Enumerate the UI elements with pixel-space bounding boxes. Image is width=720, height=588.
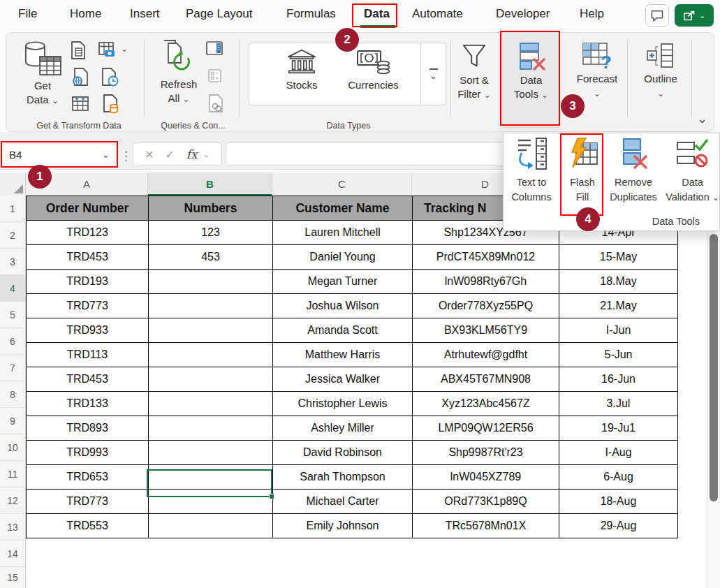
cell[interactable]: I-Aug (559, 441, 678, 465)
recent-sources-button[interactable] (101, 68, 119, 89)
fx-chevron-icon[interactable]: ⌄ (203, 150, 210, 159)
flash-fill-button[interactable]: FlashFill (557, 138, 608, 216)
tab-formulas[interactable]: Formulas (286, 7, 336, 21)
cell[interactable]: Matthew Harris (273, 343, 413, 367)
cell[interactable] (149, 367, 273, 392)
row-header-5[interactable]: 5 (0, 302, 25, 328)
row-header-11[interactable]: 11 (0, 461, 25, 487)
cell[interactable] (149, 318, 273, 343)
cell[interactable]: TRD553 (27, 514, 149, 538)
cell[interactable]: lnW045XZ789 (413, 465, 559, 490)
cell[interactable]: 29-Aug (559, 514, 678, 538)
row-header-4[interactable]: 4 (0, 275, 25, 302)
header-numbers[interactable]: Numbers (149, 196, 273, 221)
cancel-icon[interactable]: ✕ (145, 148, 154, 161)
cell[interactable]: 21.May (559, 294, 678, 318)
vertical-scrollbar[interactable] (707, 172, 720, 588)
cell[interactable]: TRD773 (27, 294, 149, 318)
cell[interactable]: Ashley Miller (273, 416, 413, 441)
from-table-range-button[interactable] (72, 96, 89, 114)
insert-function-icon[interactable]: fx (186, 147, 198, 161)
cell[interactable]: TRD193 (27, 270, 149, 294)
cell[interactable]: TRD993 (27, 441, 149, 465)
tab-data[interactable]: Data (364, 7, 390, 21)
scrollbar-thumb[interactable] (710, 234, 718, 501)
cell-selected[interactable] (149, 270, 273, 294)
text-to-columns-button[interactable]: Text toColumns (506, 138, 557, 216)
cell[interactable]: Megan Turner (273, 270, 413, 294)
cell[interactable]: TRD653 (27, 465, 149, 490)
forecast-button[interactable]: ? Forecast ⌄ (569, 43, 625, 101)
row-header-3[interactable]: 3 (0, 249, 25, 275)
cell[interactable]: Emily Johnson (273, 514, 413, 538)
cell[interactable]: 3.Jul (559, 392, 678, 416)
tab-page-layout[interactable]: Page Layout (186, 7, 252, 21)
tab-insert[interactable]: Insert (130, 7, 160, 21)
cell[interactable] (149, 441, 273, 465)
comments-button[interactable] (645, 4, 669, 27)
cell[interactable]: TRD453 (27, 245, 149, 270)
data-tools-button[interactable]: Data Tools ⌄ (501, 43, 561, 102)
tab-developer[interactable]: Developer (496, 7, 550, 21)
row-header-15[interactable]: 15 (0, 567, 25, 588)
cell[interactable]: Order778Xyz55PQ (413, 294, 559, 318)
collapse-ribbon-chevron-icon[interactable]: ⌄ (697, 111, 707, 126)
cell[interactable]: 15-May (559, 245, 678, 270)
cell[interactable]: BX93KLM56TY9 (413, 318, 559, 343)
sort-filter-button[interactable]: Sort & Filter ⌄ (452, 43, 497, 102)
tab-home[interactable]: Home (70, 7, 101, 21)
row-header-14[interactable]: 14 (0, 541, 25, 567)
cell[interactable]: Shp9987Rt'r23 (413, 441, 559, 465)
cell[interactable] (149, 343, 273, 367)
cell[interactable]: PrdCT45X89Mn012 (413, 245, 559, 270)
cell[interactable]: Amanda Scott (273, 318, 413, 343)
cell[interactable] (149, 514, 273, 538)
header-order-number[interactable]: Order Number (27, 196, 149, 221)
cell[interactable]: 453 (149, 245, 273, 270)
cell[interactable]: Joshua Wilson (273, 294, 413, 318)
get-data-button[interactable]: Get Data ⌄ (16, 40, 69, 108)
cell[interactable]: LMP09QW12ER56 (413, 416, 559, 441)
cell[interactable]: TRD453 (27, 367, 149, 392)
formula-bar-options-icon[interactable]: ⋮ (120, 149, 132, 163)
refresh-all-button[interactable]: Refresh All ⌄ (152, 40, 206, 106)
row-header-1[interactable]: 1 (0, 196, 25, 222)
cell[interactable]: 18.May (559, 270, 678, 294)
cell[interactable]: 19-Ju1 (559, 416, 678, 441)
from-text-csv-button[interactable] (71, 41, 86, 62)
cell[interactable]: 5-Jun (559, 343, 678, 367)
cell[interactable]: TRD133 (27, 392, 149, 416)
data-validation-button[interactable]: Data Validation ⌄ (659, 138, 720, 216)
column-header-b[interactable]: B (148, 172, 272, 196)
outline-button[interactable]: Outline ⌄ (633, 43, 688, 101)
cell[interactable]: Atrhutewf@gdfht (413, 343, 559, 367)
row-header-8[interactable]: 8 (0, 381, 25, 408)
row-header-10[interactable]: 10 (0, 434, 25, 461)
cell[interactable]: Sarah Thompson (273, 465, 413, 490)
cell[interactable]: I-Jun (559, 318, 678, 343)
row-header-2[interactable]: 2 (0, 222, 25, 249)
name-box[interactable]: B4 ⌄ (2, 142, 117, 166)
cell[interactable]: TRD933 (27, 318, 149, 343)
stocks-button[interactable]: Stocks (270, 47, 333, 92)
from-web-button[interactable] (72, 68, 89, 89)
tab-file[interactable]: File (18, 7, 37, 21)
cell[interactable] (149, 416, 273, 441)
gallery-more-button[interactable]: ⌄ (420, 43, 446, 106)
cell[interactable]: 123 (149, 221, 273, 245)
cell[interactable]: Jessica Walker (273, 367, 413, 392)
row-header-6[interactable]: 6 (0, 328, 25, 355)
name-box-chevron-icon[interactable]: ⌄ (102, 149, 110, 160)
cell[interactable]: ORd773K1p89Q (413, 490, 559, 514)
header-customer-name[interactable]: Customer Name (273, 196, 413, 221)
row-header-12[interactable]: 12 (0, 487, 25, 514)
cell[interactable]: TRD123 (27, 221, 149, 245)
cell[interactable]: TRc5678Mn01X (413, 514, 559, 538)
tab-help[interactable]: Help (580, 7, 604, 21)
cell[interactable]: Xyz123Abc4567Z (413, 392, 559, 416)
cell[interactable]: TRD893 (27, 416, 149, 441)
from-picture-button[interactable] (98, 41, 117, 62)
column-header-c[interactable]: C (272, 172, 412, 196)
cell[interactable] (149, 294, 273, 318)
cell[interactable]: 18-Aug (559, 490, 678, 514)
